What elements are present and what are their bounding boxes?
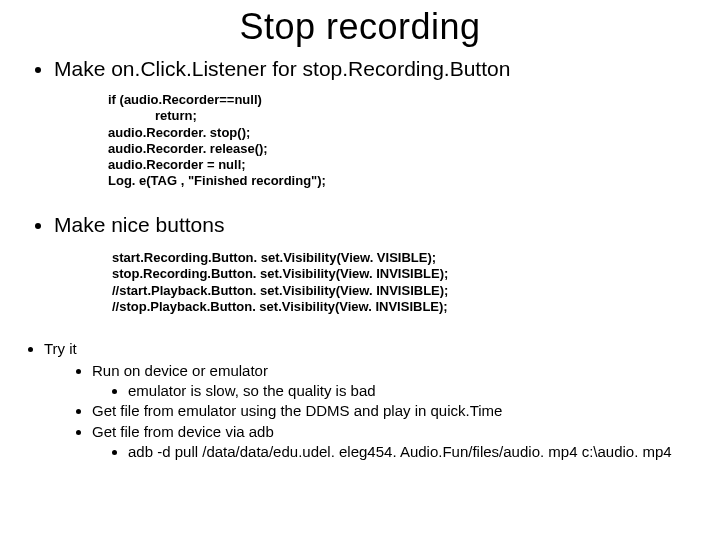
bullet-item: Make on.Click.Listener for stop.Recordin…	[54, 56, 700, 81]
bullet-list: Make nice buttons	[0, 212, 700, 237]
list-label: Run on device or emulator	[92, 362, 268, 379]
list-item: Run on device or emulator emulator is sl…	[92, 361, 700, 402]
section-buttons: Make nice buttons	[0, 212, 700, 237]
list-item: Get file from device via adb adb -d pull…	[92, 422, 700, 463]
list-label: Get file from device via adb	[92, 423, 274, 440]
slide-title: Stop recording	[0, 6, 720, 48]
list-item: Get file from emulator using the DDMS an…	[92, 401, 700, 421]
list-item: emulator is slow, so the quality is bad	[128, 381, 700, 401]
bullet-label: Try it	[44, 340, 77, 357]
sub-sub-list: adb -d pull /data/data/edu.udel. eleg454…	[92, 442, 700, 462]
list-item: adb -d pull /data/data/edu.udel. eleg454…	[128, 442, 700, 462]
bullet-list: Try it Run on device or emulator emulato…	[0, 340, 700, 462]
slide: Stop recording Make on.Click.Listener fo…	[0, 0, 720, 540]
code-block-visibility: start.Recording.Button. set.Visibility(V…	[112, 250, 448, 315]
bullet-item: Try it Run on device or emulator emulato…	[44, 340, 700, 462]
section-tryit: Try it Run on device or emulator emulato…	[0, 340, 700, 462]
bullet-item: Make nice buttons	[54, 212, 700, 237]
sub-sub-list: emulator is slow, so the quality is bad	[92, 381, 700, 401]
sub-list: Run on device or emulator emulator is sl…	[44, 361, 700, 462]
code-block-recorder: if (audio.Recorder==null) return; audio.…	[108, 92, 326, 190]
section-onclick: Make on.Click.Listener for stop.Recordin…	[0, 56, 700, 81]
bullet-list: Make on.Click.Listener for stop.Recordin…	[0, 56, 700, 81]
